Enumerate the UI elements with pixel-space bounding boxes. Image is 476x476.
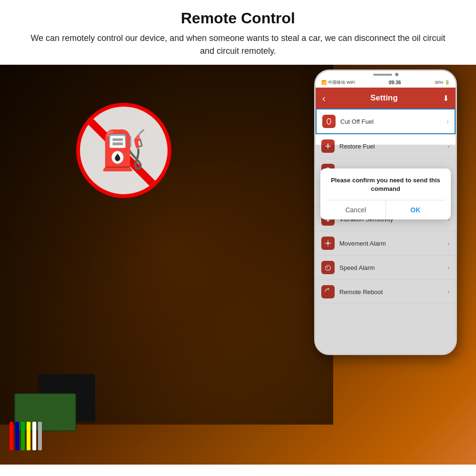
status-bar-left: 📶 中国移动 WiFi [321, 79, 355, 86]
phone-screen: 📶 中国移动 WiFi 09:36 30% 🔋 ‹ Setting ⬇ [316, 71, 456, 354]
download-button[interactable]: ⬇ [443, 94, 449, 103]
phone-body: 📶 中国移动 WiFi 09:36 30% 🔋 ‹ Setting ⬇ [314, 69, 457, 355]
dialog-message: Please confirm you need to send this com… [326, 176, 445, 193]
app-top-bar: ‹ Setting ⬇ [316, 88, 456, 109]
top-section: Remote Control We can remotely control o… [0, 0, 476, 65]
status-bar-right: 30% 🔋 [435, 80, 450, 85]
phone-speaker [373, 74, 392, 76]
phone-camera [395, 73, 398, 76]
content-area: ⛽ 📶 中国移动 WiFi [0, 65, 476, 465]
dialog-overlay: Please confirm you need to send this com… [316, 145, 456, 354]
menu-label-cut-off-fuel: Cut Off Fuel [340, 118, 446, 125]
phone-notch [316, 71, 456, 77]
app-title: Setting [370, 93, 398, 103]
back-button[interactable]: ‹ [322, 93, 326, 104]
gps-device [0, 355, 152, 450]
page-title: Remote Control [29, 10, 447, 27]
page-subtitle: We can remotely control our device, and … [29, 32, 447, 58]
fuel-pump-icon: ⛽ [100, 128, 148, 173]
menu-item-cut-off-fuel[interactable]: Cut Off Fuel› [316, 109, 456, 134]
signal-icon: 📶 [321, 80, 327, 85]
dialog-box: Please confirm you need to send this com… [320, 169, 451, 219]
battery-label: 30% [435, 80, 443, 85]
device-wire [21, 422, 25, 450]
status-bar: 📶 中国移动 WiFi 09:36 30% 🔋 [316, 77, 456, 88]
no-fuel-sign: ⛽ [76, 103, 171, 198]
battery-icon: 🔋 [445, 80, 450, 85]
phone-container: 📶 中国移动 WiFi 09:36 30% 🔋 ‹ Setting ⬇ [314, 69, 466, 431]
time-display: 09:36 [389, 80, 401, 85]
dialog-buttons: Cancel OK [326, 200, 445, 219]
no-fuel-circle: ⛽ [76, 103, 171, 198]
dialog-ok-button[interactable]: OK [386, 200, 446, 219]
device-wires [10, 422, 42, 450]
device-wire [27, 422, 30, 450]
device-wire [32, 422, 36, 450]
device-wire [38, 422, 42, 450]
dialog-cancel-button[interactable]: Cancel [326, 200, 386, 219]
device-wire [15, 422, 19, 450]
menu-icon-cut-off-fuel [322, 115, 336, 128]
carrier-label: 中国移动 [328, 79, 345, 86]
menu-arrow-cut-off-fuel: › [446, 118, 449, 125]
device-wire [10, 422, 13, 450]
wifi-icon: WiFi [347, 80, 355, 85]
